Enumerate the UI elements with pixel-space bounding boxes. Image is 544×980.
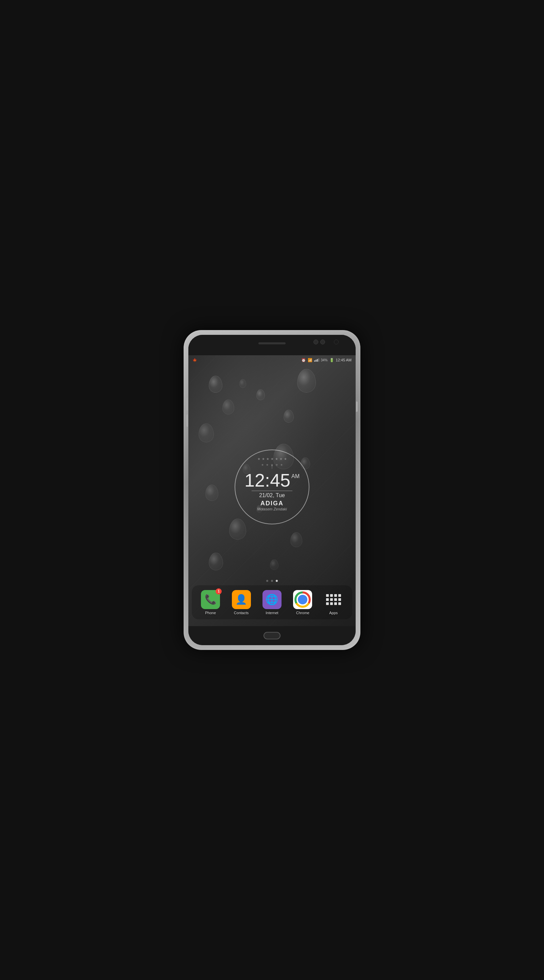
bottom-bezel	[188, 626, 356, 645]
top-bezel	[188, 335, 356, 355]
power-button[interactable]	[356, 401, 358, 412]
status-left: 🍁	[192, 358, 197, 363]
page-indicator	[188, 580, 356, 582]
sensor-dot	[314, 340, 318, 344]
volume-down-button[interactable]	[186, 414, 188, 427]
page-dot-2	[271, 580, 273, 582]
clock-widget[interactable]: ★★★★★★★ ★★★★★ ↑ 12:45 AM 21/02, Tue ADIG…	[235, 450, 309, 524]
clock-owner-subname: Motasem Zendaki	[257, 507, 287, 511]
phone-app-icon[interactable]: 📞 1 Phone	[201, 590, 220, 615]
internet-app-label: Internet	[266, 611, 278, 615]
contacts-app-image: 👤	[232, 590, 251, 609]
camera-area	[314, 340, 325, 344]
apps-drawer-icon[interactable]: Apps	[324, 590, 343, 615]
contacts-app-label: Contacts	[234, 611, 249, 615]
phone-badge: 1	[216, 588, 222, 595]
clock-date: 21/02, Tue	[259, 492, 285, 498]
speaker-grille	[259, 342, 285, 344]
page-dot-1	[266, 580, 268, 582]
globe-icon: 🌐	[266, 593, 278, 605]
alarm-icon: ⏰	[301, 358, 306, 363]
phone-app-image: 📞 1	[201, 590, 220, 609]
internet-app-image: 🌐	[262, 590, 282, 609]
wifi-icon: 📶	[308, 358, 312, 363]
volume-up-button[interactable]	[186, 398, 188, 410]
apps-grid-icon	[324, 592, 344, 608]
contacts-app-icon[interactable]: 👤 Contacts	[232, 590, 251, 615]
page-dot-3	[276, 580, 278, 582]
clock-divider	[252, 491, 292, 491]
contacts-person-icon: 👤	[235, 594, 247, 605]
chrome-ring-inner	[298, 595, 308, 605]
signal-strength	[314, 358, 319, 362]
status-bar: 🍁 ⏰ 📶 34% 🔋	[188, 355, 356, 365]
internet-app-icon[interactable]: 🌐 Internet	[262, 590, 282, 615]
battery-icon: 🔋	[330, 358, 334, 363]
status-right: ⏰ 📶 34% 🔋 12:45 AM	[301, 358, 352, 363]
front-camera	[334, 340, 339, 344]
home-button[interactable]	[263, 632, 281, 640]
chrome-app-icon[interactable]: Chrome	[293, 590, 312, 615]
phone-screen-container: 🍁 ⏰ 📶 34% 🔋	[188, 335, 356, 645]
clock-time-display: 12:45 AM	[244, 471, 300, 489]
clock-owner-name: ADIGA	[260, 500, 284, 507]
clock-stars-row2: ★★★★★	[261, 463, 283, 466]
apps-drawer-label: Apps	[329, 611, 338, 615]
status-time: 12:45 AM	[336, 358, 352, 362]
phone-app-label: Phone	[205, 611, 216, 615]
apps-app-image	[324, 590, 343, 609]
phone-handset-icon: 📞	[205, 594, 217, 605]
battery-percent: 34%	[321, 358, 328, 362]
chrome-app-label: Chrome	[296, 611, 309, 615]
clock-stars-decoration: ★★★★★★★	[257, 457, 287, 461]
phone-device: 🍁 ⏰ 📶 34% 🔋	[184, 330, 360, 650]
camera-dot	[320, 340, 325, 344]
chrome-app-image	[293, 590, 312, 609]
clock-ampm: AM	[291, 474, 300, 479]
notification-icon: 🍁	[192, 358, 197, 363]
home-screen[interactable]: 🍁 ⏰ 📶 34% 🔋	[188, 355, 356, 626]
app-dock: 📞 1 Phone 👤 Contacts 🌐	[192, 585, 352, 619]
